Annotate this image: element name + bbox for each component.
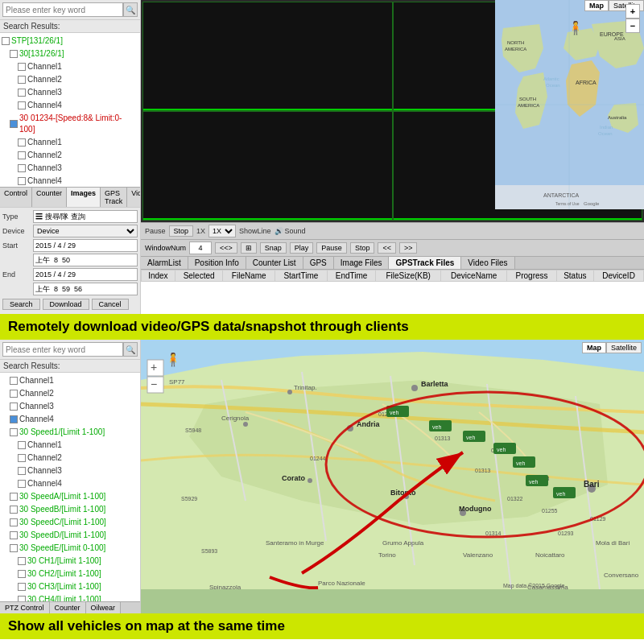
bottom-search-button[interactable]: 🔍 — [123, 342, 138, 357]
bottom-tree-item-b_row6[interactable]: 30 SpeedE/[Limit 0-100] — [2, 542, 138, 555]
banner-2: Show all vehicles on map at the same tim… — [0, 613, 644, 639]
window-num-label: WindowNum — [145, 244, 186, 252]
search-button[interactable]: Search — [2, 299, 40, 310]
zoom-out-btn[interactable]: − — [625, 19, 640, 33]
zoom-in-btn[interactable]: + — [625, 4, 640, 19]
tree-item-label-ch4_2: Channel4 — [27, 175, 62, 187]
top-tree-container[interactable]: STP[131/26/1]30[131/26/1]Channel1Channel… — [0, 33, 140, 187]
svg-point-30 — [308, 478, 312, 483]
bottom-search-input[interactable] — [2, 342, 123, 357]
filter-type-input[interactable] — [33, 210, 138, 223]
tab-video[interactable]: Video — [127, 188, 141, 207]
filter-start-time[interactable] — [33, 254, 138, 266]
tab-counter-left[interactable]: Counter — [50, 602, 86, 613]
col-deviceid: DeviceID — [594, 270, 644, 282]
filter-buttons: Search Download Cancel — [2, 297, 138, 312]
bottom-map-btn-satellite[interactable]: Satellite — [606, 342, 642, 353]
svg-text:Corato: Corato — [282, 474, 306, 482]
bottom-tree-container[interactable]: Channel1Channel2Channel3Channel430 Speed… — [0, 373, 140, 601]
map-btn-map[interactable]: Map — [584, 0, 609, 11]
download-button[interactable]: Download — [43, 299, 89, 310]
top-search-button[interactable]: 🔍 — [123, 2, 138, 17]
filter-end-date[interactable] — [33, 268, 138, 281]
filter-device-select[interactable]: Device — [33, 225, 138, 237]
bottom-tree-item-b_row1[interactable]: 30 Speed1/[Limit 1-100] — [2, 426, 138, 439]
tab-videofiles[interactable]: Video Files — [461, 257, 514, 269]
tab-gpstrackfiles[interactable]: GPSTrack Files — [389, 257, 461, 269]
svg-text:SP77: SP77 — [169, 378, 185, 386]
window-num-input[interactable] — [189, 242, 212, 254]
svg-text:NORTH: NORTH — [507, 40, 524, 45]
step-fwd-btn[interactable]: >> — [399, 242, 418, 254]
filter-end-time[interactable] — [33, 283, 138, 295]
bottom-tree-item-b_row7[interactable]: 30 CH1/[Limit 1-100] — [2, 555, 138, 568]
bottom-tree-item-b_ch4_2[interactable]: Channel4 — [2, 477, 138, 490]
bottom-tree-item-b_ch2[interactable]: Channel2 — [2, 387, 138, 400]
bottom-tree-item-b_ch3[interactable]: Channel3 — [2, 400, 138, 413]
bottom-tree-item-b_ch1[interactable]: Channel1 — [2, 374, 138, 387]
bottom-tree-item-b_row5[interactable]: 30 SpeedD/[Limit 1-100] — [2, 529, 138, 542]
step-back-btn[interactable]: << — [378, 242, 396, 254]
tab-positioninfo[interactable]: Position Info — [188, 257, 246, 269]
svg-text:Terms of Use: Terms of Use — [555, 201, 580, 206]
tab-images[interactable]: Images — [67, 188, 101, 207]
prev-window-btn[interactable]: <<> — [215, 242, 237, 254]
bottom-map-type-buttons: Map Satellite — [582, 342, 642, 353]
tab-gps[interactable]: GPS — [303, 257, 334, 269]
tree-item-ch3_1[interactable]: Channel3 — [2, 86, 138, 99]
showline-label: ShowLine — [239, 227, 271, 235]
tab-counter[interactable]: Counter — [32, 188, 67, 207]
bottom-tree-item-b_row2[interactable]: 30 SpeedA/[Limit 1-100] — [2, 490, 138, 503]
svg-text:Noicattaro: Noicattaro — [535, 551, 565, 559]
col-filesize: FileSize(KB) — [376, 270, 440, 282]
bottom-tree-item-b_ch1_2[interactable]: Channel1 — [2, 439, 138, 452]
bottom-tree-item-b_row8[interactable]: 30 CH2/[Limit 1-100] — [2, 568, 138, 580]
svg-text:ANTARCTICA: ANTARCTICA — [543, 192, 580, 198]
bottom-tree-item-b_row10[interactable]: 30 CH4/[Limit 1-100] — [2, 593, 138, 601]
bottom-tree-item-b_ch3_2[interactable]: Channel3 — [2, 464, 138, 477]
play-btn[interactable]: Play — [290, 242, 314, 254]
svg-point-34 — [287, 390, 292, 394]
bottom-tree-item-b_row9[interactable]: 30 CH3/[Limit 1-100] — [2, 580, 138, 593]
tab-imagefiles[interactable]: Image Files — [334, 257, 390, 269]
tree-item-ch4_2[interactable]: Channel4 — [2, 175, 138, 187]
tree-item-ch1_2[interactable]: Channel1 — [2, 136, 138, 149]
pegman-icon[interactable]: 🧍 — [568, 20, 584, 35]
tree-item-label-speed_1: 30 01234-[Speed:8& Limit:0-100] — [19, 113, 137, 135]
play-btn-stop[interactable]: Stop — [169, 225, 194, 237]
tree-item-speed_1[interactable]: 30 01234-[Speed:8& Limit:0-100] — [2, 112, 138, 136]
grid-btn[interactable]: ⊞ — [241, 242, 257, 254]
tree-item-ch2_1[interactable]: Channel2 — [2, 73, 138, 86]
bottom-tree-item-b_row4[interactable]: 30 SpeedC/[Limit 1-100] — [2, 516, 138, 529]
top-left-panel: 🔍 Search Results: STP[131/26/1]30[131/26… — [0, 0, 141, 314]
snap-btn[interactable]: Snap — [260, 242, 287, 254]
bottom-tree-item-b_row3[interactable]: 30 SpeedB/[Limit 1-100] — [2, 503, 138, 516]
tab-gpstrack[interactable]: GPS Track — [101, 188, 127, 207]
tree-item-label-ch1_2: Channel1 — [27, 137, 62, 148]
tab-counterlist[interactable]: Counter List — [246, 257, 303, 269]
svg-text:Grumo Appula: Grumo Appula — [382, 539, 424, 547]
bottom-tabs-bar: AlarmList Position Info Counter List GPS… — [141, 256, 644, 270]
bottom-map-btn-map[interactable]: Map — [582, 342, 606, 353]
tree-item-ch2_2[interactable]: Channel2 — [2, 149, 138, 162]
tab-alarmlist[interactable]: AlarmList — [141, 257, 188, 269]
tree-item-ch4_1[interactable]: Channel4 — [2, 99, 138, 112]
cancel-button[interactable]: Cancel — [92, 299, 129, 310]
col-starttime: StartTime — [275, 270, 328, 282]
bottom-tree-item-b_ch4[interactable]: Channel4 — [2, 413, 138, 426]
top-search-input[interactable] — [2, 2, 123, 17]
bottom-tree-item-b_ch2_2[interactable]: Channel2 — [2, 452, 138, 464]
svg-text:Torino: Torino — [378, 551, 396, 559]
tab-oilwear[interactable]: Oilwear — [86, 602, 122, 613]
tree-item-ch3_2[interactable]: Channel3 — [2, 162, 138, 175]
filter-start-date[interactable] — [33, 239, 138, 252]
tree-item-stp_sub[interactable]: 30[131/26/1] — [2, 47, 138, 60]
tree-item-stp[interactable]: STP[131/26/1] — [2, 35, 138, 47]
tab-control[interactable]: Control — [0, 188, 32, 207]
svg-text:veh: veh — [390, 410, 398, 415]
stop-btn[interactable]: Stop — [350, 242, 375, 254]
speed-select[interactable]: 1X2X4X — [208, 225, 236, 237]
tree-item-ch1_1[interactable]: Channel1 — [2, 60, 138, 73]
tab-ptz-control[interactable]: PTZ Control — [0, 602, 50, 613]
pause-btn[interactable]: Pause — [316, 242, 347, 254]
